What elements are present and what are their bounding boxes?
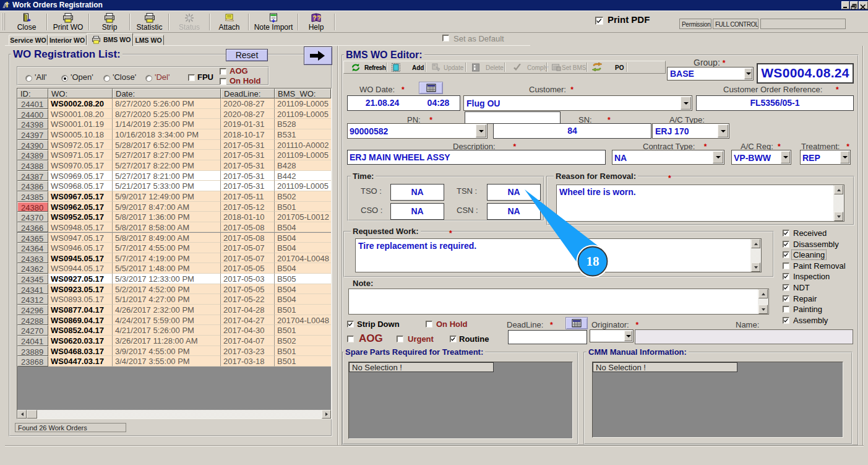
svg-text:?: ? bbox=[317, 15, 320, 22]
svg-text:?: ? bbox=[313, 15, 317, 22]
